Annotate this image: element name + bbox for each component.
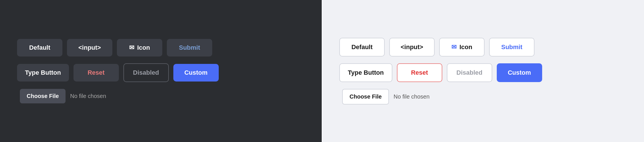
dark-no-file-label: No file chosen [70, 93, 106, 99]
light-file-row: Choose File No file chosen [339, 89, 430, 105]
light-reset-button[interactable]: Reset [397, 63, 442, 82]
light-icon-label: Icon [459, 43, 472, 51]
dark-icon-button[interactable]: ✉ Icon [117, 39, 162, 57]
dark-input-button[interactable]: <input> [67, 39, 112, 57]
light-row-2: Type Button Reset Disabled Custom [339, 63, 542, 82]
dark-panel: Default <input> ✉ Icon Submit Type Butto… [0, 0, 322, 142]
light-choose-file-button[interactable]: Choose File [342, 89, 389, 105]
dark-typebutton-button[interactable]: Type Button [17, 64, 69, 82]
light-icon-button[interactable]: ✉ Icon [439, 38, 485, 57]
light-custom-button[interactable]: Custom [497, 63, 542, 82]
light-panel: Default <input> ✉ Icon Submit Type Butto… [322, 0, 644, 142]
dark-row-1: Default <input> ✉ Icon Submit [17, 39, 212, 57]
dark-file-row: Choose File No file chosen [17, 89, 106, 103]
light-input-button[interactable]: <input> [389, 38, 435, 57]
dark-disabled-button[interactable]: Disabled [123, 63, 169, 82]
dark-reset-button[interactable]: Reset [73, 64, 119, 82]
dark-icon-label: Icon [137, 44, 150, 51]
email-icon: ✉ [451, 43, 456, 51]
dark-default-button[interactable]: Default [17, 39, 62, 57]
email-icon: ✉ [129, 44, 134, 51]
light-default-button[interactable]: Default [339, 38, 385, 57]
dark-row-2: Type Button Reset Disabled Custom [17, 63, 219, 82]
light-no-file-label: No file chosen [393, 93, 430, 100]
light-submit-button[interactable]: Submit [489, 38, 534, 57]
dark-custom-button[interactable]: Custom [173, 64, 219, 82]
light-typebutton-button[interactable]: Type Button [339, 63, 392, 82]
light-disabled-button[interactable]: Disabled [447, 63, 492, 82]
light-row-1: Default <input> ✉ Icon Submit [339, 38, 534, 57]
dark-submit-button[interactable]: Submit [167, 39, 212, 57]
dark-choose-file-button[interactable]: Choose File [20, 89, 66, 103]
